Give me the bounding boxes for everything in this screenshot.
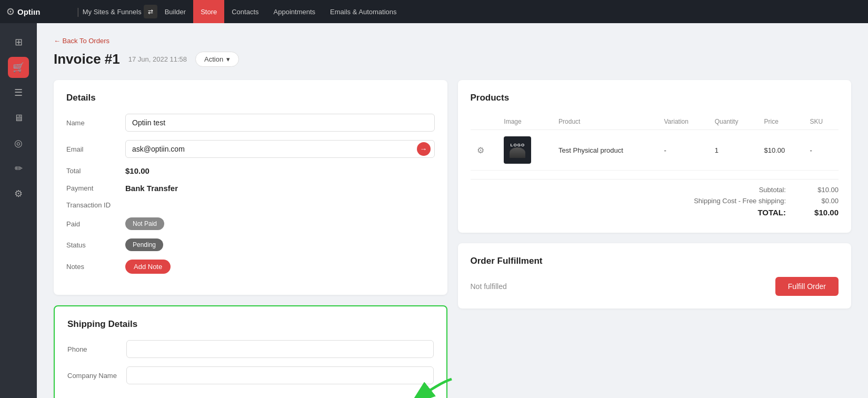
action-button[interactable]: Action ▾ [195,52,239,67]
email-input[interactable] [125,140,435,158]
phone-label: Phone [67,345,120,353]
fulfillment-card: Order Fulfillment Not fulfilled Fulfill … [458,243,852,309]
nav-store[interactable]: Store [193,0,224,23]
email-wrapper: → [125,140,435,158]
products-title: Products [471,93,839,103]
col-price: Price [757,114,803,130]
grand-total-row: TOTAL: $10.00 [471,208,839,217]
name-row: Name [66,114,435,132]
fulfillment-status: Not fulfilled [471,282,507,291]
col-variation: Variation [658,114,709,130]
total-row: Total $10.00 [66,166,435,175]
row-sku: - [804,130,839,171]
email-row: Email → [66,140,435,158]
shipping-cost-label: Shipping Cost - Free shipping: [694,197,786,205]
email-label: Email [66,145,119,153]
total-value: $10.00 [125,166,149,175]
name-label: Name [66,119,119,127]
status-badge: Pending [125,238,163,251]
chevron-down-icon: ▾ [226,55,230,63]
payment-row: Payment Bank Transfer [66,184,435,193]
sidebar-item-settings[interactable]: ⚙ [8,183,29,204]
company-input[interactable] [126,366,434,384]
row-image: LOGO [497,130,552,171]
action-label: Action [204,55,223,63]
details-card: Details Name Email → Total [54,80,447,295]
col-image: Image [497,114,552,130]
total-label: Total [66,167,119,175]
shipping-details-card: Shipping Details Phone Company Name [54,305,447,398]
name-input[interactable] [125,114,435,132]
subtotal-row: Subtotal: $10.00 [471,186,839,194]
page-title: Invoice #1 [54,51,120,67]
phone-input[interactable] [126,340,434,358]
logo: ⊙ Optiın [0,6,74,17]
paid-row: Paid Not Paid [66,217,435,230]
company-row: Company Name [67,366,434,384]
paid-label: Paid [66,220,119,228]
my-sites-label: My Sites & Funnels [83,8,142,16]
sidebar-item-monitor[interactable]: 🖥 [8,107,29,128]
products-table: Image Product Variation Quantity Price S… [471,114,839,171]
subtotal-label: Subtotal: [759,186,786,194]
payment-label: Payment [66,184,119,192]
products-card: Products Image Product Variation Quantit… [458,80,852,233]
nav-divider: | [77,6,79,17]
phone-row: Phone [67,340,434,358]
transaction-id-row: Transaction ID [66,201,435,209]
col-actions [471,114,498,130]
logo-icon: ⊙ [6,6,14,17]
row-product-name: Test Physical product [552,130,657,171]
shipping-cost-value: $0.00 [807,197,839,205]
fulfillment-title: Order Fulfillment [471,256,839,266]
main-layout: ⊞ 🛒 ☰ 🖥 ◎ ✏ ⚙ ← Back To Orders Invoice #… [0,23,868,398]
status-row: Status Pending [66,238,435,251]
sidebar-item-dashboard[interactable]: ⊞ [8,32,29,53]
page-header: Invoice #1 17 Jun, 2022 11:58 Action ▾ [54,51,851,67]
totals-section: Subtotal: $10.00 Shipping Cost - Free sh… [471,179,839,217]
sidebar: ⊞ 🛒 ☰ 🖥 ◎ ✏ ⚙ [0,23,37,398]
company-label: Company Name [67,372,120,380]
nav-emails[interactable]: Emails & Automations [323,0,404,23]
sidebar-item-store[interactable]: 🛒 [8,57,29,78]
payment-value: Bank Transfer [125,184,178,193]
product-logo: LOGO [504,136,531,164]
right-column: Products Image Product Variation Quantit… [458,80,852,398]
gear-icon[interactable]: ⚙ [477,146,484,155]
grand-total-value: $10.00 [807,208,839,217]
table-row: ⚙ LOGO Test Physical product - [471,130,839,171]
fulfillment-content: Not fulfilled Fulfill Order [471,277,839,296]
sidebar-item-edit[interactable]: ✏ [8,158,29,179]
logo-text: Optiın [17,7,40,16]
subtotal-value: $10.00 [807,186,839,194]
product-logo-shape [510,147,525,158]
col-product: Product [552,114,657,130]
row-quantity: 1 [709,130,758,171]
nav-appointments[interactable]: Appointments [266,0,323,23]
top-nav: ⊙ Optiın | My Sites & Funnels ⇄ Builder … [0,0,868,23]
paid-badge: Not Paid [125,217,164,230]
row-price: $10.00 [757,130,803,171]
fulfill-order-button[interactable]: Fulfill Order [775,277,839,296]
col-sku: SKU [804,114,839,130]
nav-links: Builder Store Contacts Appointments Emai… [157,0,404,23]
nav-contacts[interactable]: Contacts [224,0,266,23]
col-quantity: Quantity [709,114,758,130]
nav-builder[interactable]: Builder [157,0,193,23]
back-to-orders-link[interactable]: ← Back To Orders [54,37,109,45]
sidebar-item-list[interactable]: ☰ [8,82,29,103]
email-arrow-button[interactable]: → [417,142,431,156]
add-note-button[interactable]: Add Note [125,260,171,274]
sites-arrow-button[interactable]: ⇄ [144,5,157,18]
shipping-cost-row: Shipping Cost - Free shipping: $0.00 [471,197,839,205]
transaction-id-label: Transaction ID [66,201,119,209]
details-title: Details [66,93,435,103]
two-column-layout: Details Name Email → Total [54,80,851,398]
status-label: Status [66,241,119,249]
invoice-date: 17 Jun, 2022 11:58 [128,55,187,63]
row-gear: ⚙ [471,130,498,171]
grand-total-label: TOTAL: [757,208,786,217]
row-variation: - [658,130,709,171]
left-column: Details Name Email → Total [54,80,447,398]
sidebar-item-tag[interactable]: ◎ [8,133,29,154]
